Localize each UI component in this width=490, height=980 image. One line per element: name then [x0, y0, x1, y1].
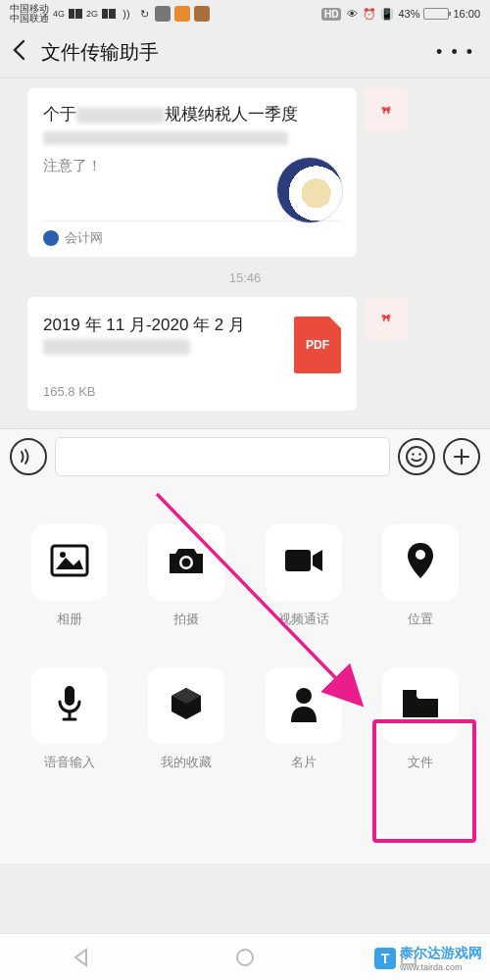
svg-marker-4	[56, 558, 83, 569]
svg-rect-11	[65, 686, 74, 706]
svg-point-2	[418, 453, 420, 455]
avatar[interactable]: 🎀	[365, 88, 408, 131]
plus-button[interactable]	[443, 438, 480, 475]
panel-label: 名片	[291, 754, 317, 771]
wifi-icon: ))	[120, 7, 133, 21]
video-icon	[283, 546, 324, 579]
loop-icon: ↻	[137, 7, 151, 21]
battery-icon	[423, 8, 449, 20]
signal-icon-2	[102, 9, 116, 19]
chat-body: 个于规模纳税人一季度 注意了！ 会计网 🎀 15:46 2019 年 11 月-…	[0, 78, 490, 428]
panel-item-location[interactable]: 位置	[373, 524, 469, 628]
watermark: T 泰尔达游戏网 www.tairda.com	[374, 945, 482, 972]
watermark-logo: T	[374, 948, 396, 969]
hd-badge: HD	[321, 8, 341, 21]
app-chip-1	[155, 6, 171, 22]
vibrate-icon: 📳	[380, 7, 394, 21]
panel-item-file[interactable]: 文件	[373, 667, 469, 771]
panel-item-contact[interactable]: 名片	[256, 667, 352, 771]
panel-label: 我的收藏	[161, 754, 212, 771]
voice-toggle-button[interactable]	[10, 438, 47, 475]
watermark-url: www.tairda.com	[400, 962, 482, 972]
panel-item-videocall[interactable]: 视频通话	[256, 524, 352, 628]
app-chip-3	[194, 6, 210, 22]
avatar[interactable]: 🎀	[365, 297, 408, 340]
panel-label: 相册	[57, 611, 82, 628]
cube-icon	[168, 685, 205, 726]
panel-label: 文件	[408, 754, 433, 771]
source-name: 会计网	[65, 229, 103, 247]
attachment-panel: 相册 拍摄 视频通话 位置 语音输入	[0, 485, 490, 863]
file-size: 165.8 KB	[43, 384, 341, 399]
svg-point-14	[296, 688, 312, 704]
panel-label: 位置	[408, 611, 433, 628]
nav-home[interactable]	[232, 945, 258, 970]
panel-item-camera[interactable]: 拍摄	[139, 524, 235, 628]
panel-item-voiceinput[interactable]: 语音输入	[22, 667, 118, 771]
svg-point-10	[416, 550, 425, 560]
battery-percent: 43%	[398, 8, 419, 20]
svg-point-1	[412, 453, 414, 455]
person-icon	[289, 685, 318, 726]
net-2g: 2G	[86, 9, 98, 19]
back-button[interactable]	[12, 39, 37, 67]
nav-back[interactable]	[69, 945, 94, 970]
app-chip-2	[174, 6, 190, 22]
svg-rect-15	[403, 690, 416, 696]
svg-point-0	[407, 447, 426, 466]
panel-label: 拍摄	[173, 611, 199, 628]
article-line2-redacted	[43, 131, 288, 145]
chat-header: 文件传输助手 • • •	[0, 27, 490, 78]
status-bar: 中国移动 中国联通 4G 2G )) ↻ HD 👁 ⏰ 📳 43% 16:00	[0, 0, 490, 27]
watermark-text: 泰尔达游戏网	[400, 945, 482, 962]
article-thumbnail	[276, 157, 343, 223]
panel-item-album[interactable]: 相册	[22, 524, 118, 628]
alarm-icon: ⏰	[363, 7, 376, 21]
panel-item-favorites[interactable]: 我的收藏	[139, 667, 235, 771]
svg-point-7	[182, 558, 191, 566]
svg-rect-3	[52, 546, 87, 575]
panel-label: 语音输入	[44, 754, 95, 771]
chat-title: 文件传输助手	[37, 39, 436, 66]
source-icon	[43, 230, 59, 246]
image-icon	[50, 544, 89, 581]
svg-rect-8	[285, 550, 311, 571]
eye-icon: 👁	[345, 7, 359, 21]
more-button[interactable]: • • •	[436, 42, 478, 63]
input-bar	[0, 428, 490, 485]
mic-icon	[55, 684, 84, 727]
timestamp: 15:46	[8, 270, 482, 285]
article-title: 个于规模纳税人一季度	[43, 102, 341, 127]
net-4g: 4G	[53, 9, 65, 19]
svg-point-5	[60, 552, 66, 558]
message-input[interactable]	[55, 437, 390, 476]
folder-icon	[401, 688, 440, 723]
message-article[interactable]: 个于规模纳税人一季度 注意了！ 会计网 🎀	[8, 88, 482, 257]
carrier-names: 中国移动 中国联通	[10, 4, 49, 24]
clock: 16:00	[453, 8, 480, 20]
panel-label: 视频通话	[278, 611, 329, 628]
pdf-icon: PDF	[294, 317, 341, 373]
location-icon	[406, 541, 435, 584]
svg-marker-9	[313, 550, 322, 571]
svg-point-17	[237, 950, 253, 965]
message-file[interactable]: 2019 年 11 月-2020 年 2 月 165.8 KB PDF 🎀	[8, 297, 482, 411]
signal-icon	[69, 9, 82, 19]
camera-icon	[166, 544, 207, 581]
emoji-button[interactable]	[398, 438, 435, 475]
